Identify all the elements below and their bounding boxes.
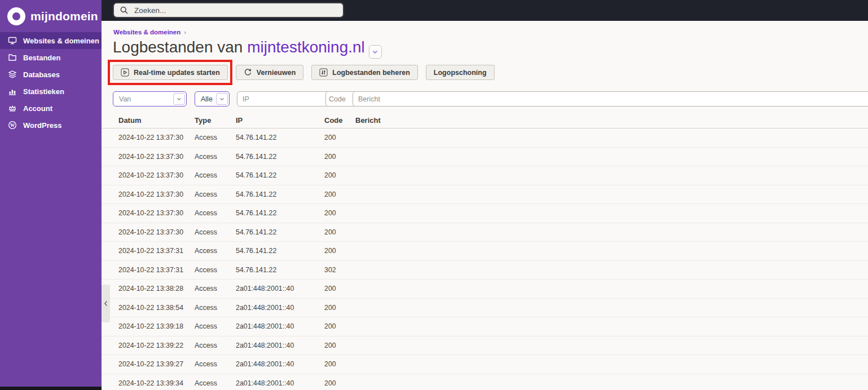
cell-datum: 2024-10-22 13:37:30: [118, 166, 183, 185]
cell-ip: 54.76.141.22: [236, 242, 276, 261]
log-cleanup-button[interactable]: Logopschoning: [426, 65, 495, 80]
cell-ip: 54.76.141.22: [236, 148, 276, 167]
cell-ip: 54.76.141.22: [236, 166, 276, 185]
cell-datum: 2024-10-22 13:38:54: [118, 299, 183, 318]
table-row: 2024-10-22 13:39:34 Access 2a01:448:2001…: [102, 374, 868, 390]
cell-code: 200: [324, 336, 336, 356]
column-header-bericht: Bericht: [355, 113, 381, 128]
cell-code: 200: [324, 317, 336, 336]
domain-dropdown-button[interactable]: [369, 45, 382, 59]
date-from-filter[interactable]: Van: [113, 91, 187, 107]
refresh-button[interactable]: Vernieuwen: [236, 65, 303, 80]
sidebar-item-account[interactable]: Account: [0, 100, 102, 117]
cell-ip: 2a01:448:2001::40: [236, 280, 294, 299]
date-from-dropdown-button[interactable]: [173, 93, 185, 105]
cell-type: Access: [195, 148, 217, 167]
cell-ip: 2a01:448:2001::40: [236, 355, 294, 374]
table-row: 2024-10-22 13:39:18 Access 2a01:448:2001…: [102, 317, 868, 336]
monitor-icon: [8, 36, 17, 45]
table-row: 2024-10-22 13:37:30 Access 54.76.141.22 …: [102, 128, 868, 148]
cell-ip: 54.76.141.22: [236, 204, 276, 223]
cell-datum: 2024-10-22 13:37:30: [118, 185, 183, 205]
main-content: Websites & domeinen› Logbestanden van mi…: [102, 21, 868, 390]
cell-type: Access: [195, 204, 217, 223]
cell-type: Access: [195, 280, 217, 299]
type-filter-select[interactable]: Alle: [195, 91, 230, 107]
brand-ring-icon: [7, 7, 25, 25]
play-icon: [121, 68, 129, 77]
realtime-button-wrapper: Real-time updates starten: [113, 65, 228, 80]
breadcrumb-separator: ›: [184, 29, 186, 36]
cell-datum: 2024-10-22 13:37:30: [118, 128, 183, 148]
cell-ip: 2a01:448:2001::40: [236, 299, 294, 318]
chevron-down-icon: [177, 98, 182, 101]
cell-datum: 2024-10-22 13:39:27: [118, 355, 183, 374]
cell-datum: 2024-10-22 13:39:34: [118, 374, 183, 390]
cell-type: Access: [195, 355, 217, 374]
page-title-prefix: Logbestanden van: [113, 38, 247, 56]
brand-logo[interactable]: mijndomein: [0, 0, 102, 32]
cell-code: 200: [324, 223, 336, 242]
cell-type: Access: [195, 261, 217, 280]
manage-logs-button[interactable]: Logbestanden beheren: [311, 65, 418, 80]
cell-type: Access: [195, 185, 217, 205]
refresh-label: Vernieuwen: [257, 69, 296, 77]
manage-logs-label: Logbestanden beheren: [332, 69, 410, 77]
filter-row: Van Alle: [102, 91, 868, 107]
cell-code: 200: [324, 166, 336, 185]
cell-datum: 2024-10-22 13:37:30: [118, 204, 183, 223]
sidebar: mijndomein Websites & domeinen Bestanden…: [0, 0, 102, 390]
cell-type: Access: [195, 374, 217, 390]
table-row: 2024-10-22 13:38:54 Access 2a01:448:2001…: [102, 299, 868, 318]
sidebar-item-wordpress[interactable]: W WordPress: [0, 117, 102, 134]
sidebar-item-bestanden[interactable]: Bestanden: [0, 49, 102, 66]
cell-datum: 2024-10-22 13:39:18: [118, 317, 183, 336]
cell-ip: 54.76.141.22: [236, 185, 276, 205]
layers-icon: [8, 70, 17, 79]
type-filter-value: Alle: [195, 95, 216, 103]
cell-ip: 54.76.141.22: [236, 128, 276, 148]
global-search[interactable]: [113, 2, 344, 18]
realtime-updates-button[interactable]: Real-time updates starten: [113, 65, 228, 80]
table-row: 2024-10-22 13:37:31 Access 54.76.141.22 …: [102, 242, 868, 261]
type-filter-dropdown-button[interactable]: [216, 93, 228, 105]
date-from-placeholder: Van: [113, 95, 173, 103]
cell-code: 200: [324, 374, 336, 390]
cell-type: Access: [195, 317, 217, 336]
cell-ip: 2a01:448:2001::40: [236, 336, 294, 356]
table-row: 2024-10-22 13:38:28 Access 2a01:448:2001…: [102, 280, 868, 299]
sidebar-collapse-handle[interactable]: [102, 285, 110, 322]
sidebar-item-statistieken[interactable]: Statistieken: [0, 83, 102, 100]
sidebar-item-label: Account: [23, 104, 52, 113]
search-input[interactable]: [133, 6, 337, 15]
message-filter-input[interactable]: [353, 91, 868, 107]
realtime-updates-label: Real-time updates starten: [134, 69, 220, 77]
cell-type: Access: [195, 242, 217, 261]
cell-code: 200: [324, 128, 336, 148]
toolbar: Real-time updates starten Vernieuwen Log…: [113, 65, 495, 80]
cell-ip: 2a01:448:2001::40: [236, 317, 294, 336]
table-row: 2024-10-22 13:37:31 Access 54.76.141.22 …: [102, 261, 868, 280]
column-header-datum: Datum: [118, 113, 141, 128]
cell-code: 200: [324, 355, 336, 374]
breadcrumb[interactable]: Websites & domeinen›: [113, 29, 186, 36]
bar-chart-icon: [8, 87, 17, 96]
topbar: [102, 0, 868, 21]
table-row: 2024-10-22 13:37:30 Access 54.76.141.22 …: [102, 148, 868, 167]
log-table-body: 2024-10-22 13:37:30 Access 54.76.141.22 …: [102, 128, 868, 390]
sidebar-item-label: Bestanden: [23, 54, 60, 62]
cell-type: Access: [195, 128, 217, 148]
page-title-domain: mijntestkoning.nl: [247, 38, 365, 56]
sidebar-item-databases[interactable]: Databases: [0, 66, 102, 83]
cell-code: 200: [324, 280, 336, 299]
log-cleanup-label: Logopschoning: [434, 69, 487, 77]
sidebar-item-label: Databases: [23, 70, 60, 79]
table-row: 2024-10-22 13:37:30 Access 54.76.141.22 …: [102, 223, 868, 242]
cell-code: 200: [324, 242, 336, 261]
table-row: 2024-10-22 13:37:30 Access 54.76.141.22 …: [102, 204, 868, 223]
cell-type: Access: [195, 223, 217, 242]
sidebar-item-label: WordPress: [23, 121, 61, 130]
breadcrumb-link[interactable]: Websites & domeinen: [113, 29, 180, 36]
sidebar-item-websites-domeinen[interactable]: Websites & domeinen: [0, 32, 102, 49]
cell-datum: 2024-10-22 13:39:22: [118, 336, 183, 356]
